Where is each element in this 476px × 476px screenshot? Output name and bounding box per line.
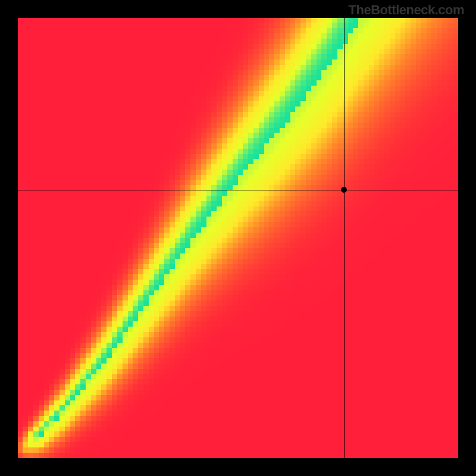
chart-container: TheBottleneck.com [0,0,476,476]
heatmap-frame [18,18,458,458]
marker-dot [341,187,347,193]
heatmap-canvas [18,18,458,458]
crosshair-vertical [344,18,345,458]
crosshair-horizontal [18,190,458,190]
attribution-label: TheBottleneck.com [349,2,464,18]
